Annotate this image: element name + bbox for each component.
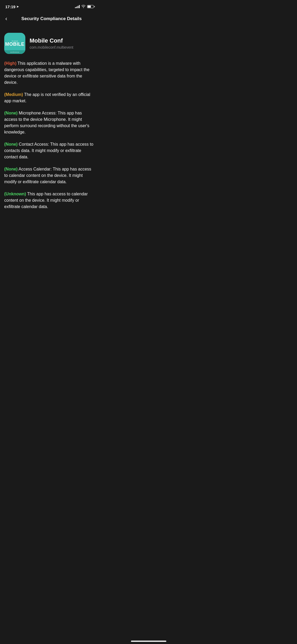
app-icon-stripe: conference	[4, 50, 25, 54]
compliance-item: (None) Access Calendar: This app has acc…	[4, 166, 95, 185]
compliance-item: (None) Microphone Access: This app has a…	[4, 110, 95, 135]
back-button[interactable]: ‹	[4, 14, 8, 23]
app-info-section: the annual MOBILE conference Mobile Conf…	[0, 27, 99, 60]
compliance-item: (Medium) The app is not verified by an o…	[4, 91, 95, 104]
nav-header: ‹ Security Compliance Details	[0, 12, 99, 27]
location-icon: ➤	[16, 5, 19, 8]
battery-fill	[88, 6, 91, 8]
time-display: 17:19	[5, 4, 15, 9]
compliance-item: (None) Contact Access: This app has acce…	[4, 141, 95, 160]
app-icon: the annual MOBILE conference	[4, 33, 25, 54]
severity-tag: (None)	[4, 111, 18, 115]
status-bar: 17:19 ➤	[0, 0, 99, 12]
compliance-item: (High) This application is a malware wit…	[4, 60, 95, 86]
app-bundle-id: com.mobileconf.multievent	[30, 45, 95, 49]
compliance-item: (Unknown) This app has access to calenda…	[4, 191, 95, 210]
severity-tag: (High)	[4, 61, 16, 66]
status-icons	[75, 5, 94, 9]
app-icon-text-main: MOBILE	[5, 42, 25, 47]
app-icon-text-conf: conference	[10, 51, 20, 53]
wifi-icon	[81, 5, 86, 9]
status-time: 17:19 ➤	[5, 4, 19, 9]
battery-icon	[87, 5, 94, 8]
page-title: Security Compliance Details	[8, 16, 95, 21]
signal-icon	[75, 5, 80, 8]
severity-tag: (None)	[4, 142, 18, 146]
compliance-content: (High) This application is a malware wit…	[0, 60, 99, 210]
app-name-section: Mobile Conf com.mobileconf.multievent	[30, 37, 95, 49]
severity-tag: (None)	[4, 167, 18, 171]
severity-tag: (Unknown)	[4, 192, 26, 196]
severity-tag: (Medium)	[4, 92, 23, 97]
app-name: Mobile Conf	[30, 37, 95, 44]
